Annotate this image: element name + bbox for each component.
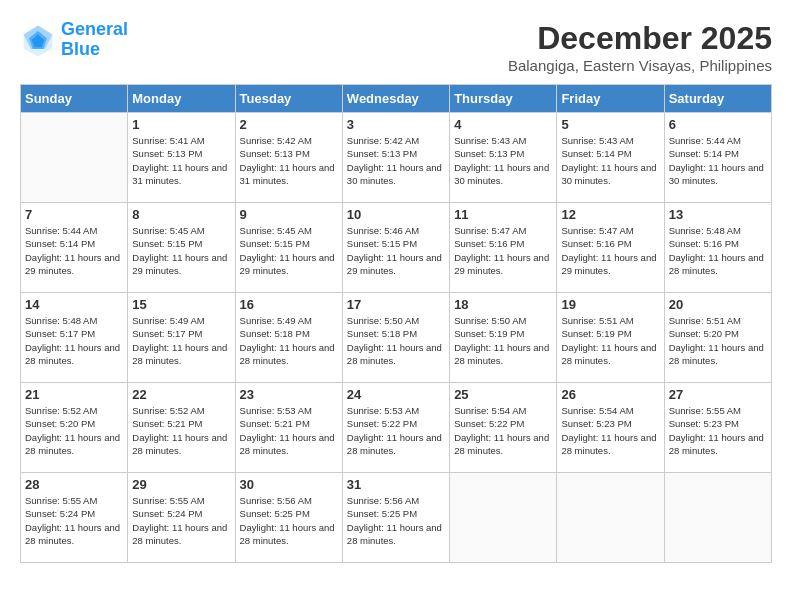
- day-info: Sunrise: 5:42 AMSunset: 5:13 PMDaylight:…: [240, 134, 338, 187]
- calendar-day: 22 Sunrise: 5:52 AMSunset: 5:21 PMDaylig…: [128, 383, 235, 473]
- day-info: Sunrise: 5:44 AMSunset: 5:14 PMDaylight:…: [25, 224, 123, 277]
- calendar-day: 26 Sunrise: 5:54 AMSunset: 5:23 PMDaylig…: [557, 383, 664, 473]
- day-number: 3: [347, 117, 445, 132]
- calendar-day: 13 Sunrise: 5:48 AMSunset: 5:16 PMDaylig…: [664, 203, 771, 293]
- calendar-table: SundayMondayTuesdayWednesdayThursdayFrid…: [20, 84, 772, 563]
- day-number: 2: [240, 117, 338, 132]
- month-title: December 2025: [508, 20, 772, 57]
- day-info: Sunrise: 5:43 AMSunset: 5:13 PMDaylight:…: [454, 134, 552, 187]
- day-number: 6: [669, 117, 767, 132]
- calendar-header-row: SundayMondayTuesdayWednesdayThursdayFrid…: [21, 85, 772, 113]
- calendar-day: 18 Sunrise: 5:50 AMSunset: 5:19 PMDaylig…: [450, 293, 557, 383]
- calendar-day: 10 Sunrise: 5:46 AMSunset: 5:15 PMDaylig…: [342, 203, 449, 293]
- calendar-day: 30 Sunrise: 5:56 AMSunset: 5:25 PMDaylig…: [235, 473, 342, 563]
- day-number: 24: [347, 387, 445, 402]
- calendar-week-1: 1 Sunrise: 5:41 AMSunset: 5:13 PMDayligh…: [21, 113, 772, 203]
- logo-line1: General: [61, 19, 128, 39]
- calendar-day: 17 Sunrise: 5:50 AMSunset: 5:18 PMDaylig…: [342, 293, 449, 383]
- logo-text: General Blue: [61, 20, 128, 60]
- day-number: 12: [561, 207, 659, 222]
- day-number: 14: [25, 297, 123, 312]
- day-info: Sunrise: 5:55 AMSunset: 5:23 PMDaylight:…: [669, 404, 767, 457]
- day-info: Sunrise: 5:45 AMSunset: 5:15 PMDaylight:…: [132, 224, 230, 277]
- day-info: Sunrise: 5:53 AMSunset: 5:22 PMDaylight:…: [347, 404, 445, 457]
- day-number: 10: [347, 207, 445, 222]
- day-number: 28: [25, 477, 123, 492]
- calendar-day: 21 Sunrise: 5:52 AMSunset: 5:20 PMDaylig…: [21, 383, 128, 473]
- day-number: 1: [132, 117, 230, 132]
- day-info: Sunrise: 5:49 AMSunset: 5:18 PMDaylight:…: [240, 314, 338, 367]
- calendar-day: 9 Sunrise: 5:45 AMSunset: 5:15 PMDayligh…: [235, 203, 342, 293]
- calendar-day: 7 Sunrise: 5:44 AMSunset: 5:14 PMDayligh…: [21, 203, 128, 293]
- day-info: Sunrise: 5:51 AMSunset: 5:19 PMDaylight:…: [561, 314, 659, 367]
- day-info: Sunrise: 5:52 AMSunset: 5:21 PMDaylight:…: [132, 404, 230, 457]
- day-number: 9: [240, 207, 338, 222]
- header-monday: Monday: [128, 85, 235, 113]
- calendar-day: 20 Sunrise: 5:51 AMSunset: 5:20 PMDaylig…: [664, 293, 771, 383]
- location-subtitle: Balangiga, Eastern Visayas, Philippines: [508, 57, 772, 74]
- calendar-day: 11 Sunrise: 5:47 AMSunset: 5:16 PMDaylig…: [450, 203, 557, 293]
- calendar-day: 24 Sunrise: 5:53 AMSunset: 5:22 PMDaylig…: [342, 383, 449, 473]
- day-info: Sunrise: 5:54 AMSunset: 5:22 PMDaylight:…: [454, 404, 552, 457]
- day-info: Sunrise: 5:48 AMSunset: 5:16 PMDaylight:…: [669, 224, 767, 277]
- day-info: Sunrise: 5:46 AMSunset: 5:15 PMDaylight:…: [347, 224, 445, 277]
- calendar-day: 15 Sunrise: 5:49 AMSunset: 5:17 PMDaylig…: [128, 293, 235, 383]
- day-info: Sunrise: 5:55 AMSunset: 5:24 PMDaylight:…: [25, 494, 123, 547]
- day-info: Sunrise: 5:51 AMSunset: 5:20 PMDaylight:…: [669, 314, 767, 367]
- day-number: 27: [669, 387, 767, 402]
- header-wednesday: Wednesday: [342, 85, 449, 113]
- logo: General Blue: [20, 20, 128, 60]
- calendar-day: 27 Sunrise: 5:55 AMSunset: 5:23 PMDaylig…: [664, 383, 771, 473]
- day-number: 19: [561, 297, 659, 312]
- calendar-day: 3 Sunrise: 5:42 AMSunset: 5:13 PMDayligh…: [342, 113, 449, 203]
- logo-icon: [20, 22, 56, 58]
- day-number: 7: [25, 207, 123, 222]
- day-info: Sunrise: 5:43 AMSunset: 5:14 PMDaylight:…: [561, 134, 659, 187]
- day-number: 31: [347, 477, 445, 492]
- calendar-day: [21, 113, 128, 203]
- day-info: Sunrise: 5:52 AMSunset: 5:20 PMDaylight:…: [25, 404, 123, 457]
- day-number: 8: [132, 207, 230, 222]
- calendar-day: [557, 473, 664, 563]
- calendar-week-4: 21 Sunrise: 5:52 AMSunset: 5:20 PMDaylig…: [21, 383, 772, 473]
- calendar-week-2: 7 Sunrise: 5:44 AMSunset: 5:14 PMDayligh…: [21, 203, 772, 293]
- calendar-day: 16 Sunrise: 5:49 AMSunset: 5:18 PMDaylig…: [235, 293, 342, 383]
- day-info: Sunrise: 5:44 AMSunset: 5:14 PMDaylight:…: [669, 134, 767, 187]
- day-number: 21: [25, 387, 123, 402]
- day-number: 29: [132, 477, 230, 492]
- calendar-day: 1 Sunrise: 5:41 AMSunset: 5:13 PMDayligh…: [128, 113, 235, 203]
- day-number: 11: [454, 207, 552, 222]
- calendar-day: 25 Sunrise: 5:54 AMSunset: 5:22 PMDaylig…: [450, 383, 557, 473]
- calendar-day: [664, 473, 771, 563]
- day-info: Sunrise: 5:49 AMSunset: 5:17 PMDaylight:…: [132, 314, 230, 367]
- calendar-day: 31 Sunrise: 5:56 AMSunset: 5:25 PMDaylig…: [342, 473, 449, 563]
- day-info: Sunrise: 5:41 AMSunset: 5:13 PMDaylight:…: [132, 134, 230, 187]
- day-info: Sunrise: 5:53 AMSunset: 5:21 PMDaylight:…: [240, 404, 338, 457]
- day-info: Sunrise: 5:42 AMSunset: 5:13 PMDaylight:…: [347, 134, 445, 187]
- day-info: Sunrise: 5:47 AMSunset: 5:16 PMDaylight:…: [561, 224, 659, 277]
- calendar-week-5: 28 Sunrise: 5:55 AMSunset: 5:24 PMDaylig…: [21, 473, 772, 563]
- calendar-day: 14 Sunrise: 5:48 AMSunset: 5:17 PMDaylig…: [21, 293, 128, 383]
- page-header: General Blue December 2025 Balangiga, Ea…: [20, 20, 772, 74]
- day-info: Sunrise: 5:45 AMSunset: 5:15 PMDaylight:…: [240, 224, 338, 277]
- day-number: 16: [240, 297, 338, 312]
- day-number: 23: [240, 387, 338, 402]
- day-info: Sunrise: 5:50 AMSunset: 5:19 PMDaylight:…: [454, 314, 552, 367]
- day-number: 25: [454, 387, 552, 402]
- day-number: 15: [132, 297, 230, 312]
- calendar-week-3: 14 Sunrise: 5:48 AMSunset: 5:17 PMDaylig…: [21, 293, 772, 383]
- day-number: 4: [454, 117, 552, 132]
- day-number: 18: [454, 297, 552, 312]
- calendar-day: 4 Sunrise: 5:43 AMSunset: 5:13 PMDayligh…: [450, 113, 557, 203]
- calendar-day: [450, 473, 557, 563]
- header-tuesday: Tuesday: [235, 85, 342, 113]
- calendar-day: 23 Sunrise: 5:53 AMSunset: 5:21 PMDaylig…: [235, 383, 342, 473]
- header-sunday: Sunday: [21, 85, 128, 113]
- day-info: Sunrise: 5:47 AMSunset: 5:16 PMDaylight:…: [454, 224, 552, 277]
- day-number: 20: [669, 297, 767, 312]
- calendar-day: 6 Sunrise: 5:44 AMSunset: 5:14 PMDayligh…: [664, 113, 771, 203]
- calendar-day: 19 Sunrise: 5:51 AMSunset: 5:19 PMDaylig…: [557, 293, 664, 383]
- header-thursday: Thursday: [450, 85, 557, 113]
- day-number: 5: [561, 117, 659, 132]
- calendar-day: 29 Sunrise: 5:55 AMSunset: 5:24 PMDaylig…: [128, 473, 235, 563]
